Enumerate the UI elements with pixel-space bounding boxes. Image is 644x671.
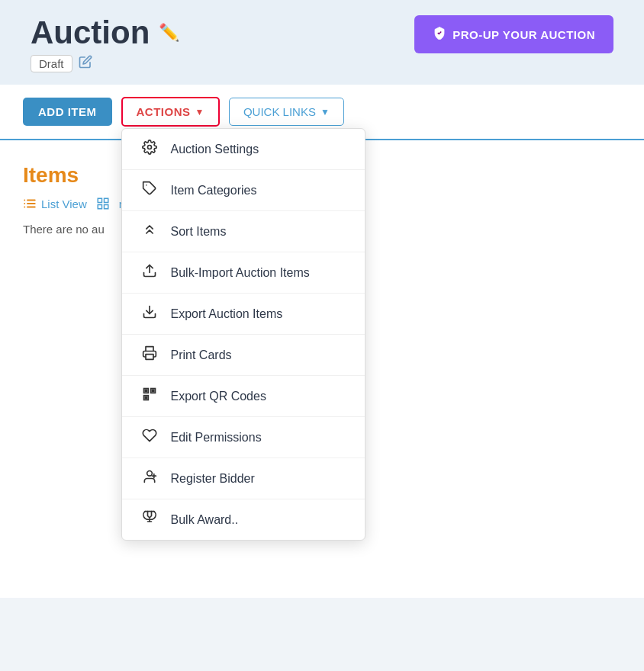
draft-row: Draft (31, 55, 179, 72)
actions-dropdown-menu: Auction Settings Item Categories (121, 128, 365, 541)
svg-point-20 (147, 471, 152, 477)
shield-icon (433, 26, 446, 43)
menu-item-bulk-award[interactable]: Bulk Award.. (122, 499, 365, 540)
grid-view-button[interactable] (96, 197, 110, 210)
svg-rect-30 (98, 198, 101, 202)
gear-icon (140, 140, 159, 159)
svg-point-0 (147, 146, 151, 149)
list-view-label: List View (41, 197, 87, 210)
menu-item-bulk-import[interactable]: Bulk-Import Auction Items (122, 252, 365, 294)
list-view-icon (23, 197, 37, 210)
menu-item-register-bidder[interactable]: Register Bidder (122, 458, 365, 499)
trophy-icon (140, 510, 159, 529)
svg-rect-4 (146, 355, 153, 360)
draft-badge: Draft (31, 55, 72, 72)
download-icon (140, 304, 159, 323)
svg-rect-31 (104, 198, 108, 202)
qr-icon (140, 387, 159, 406)
actions-caret-icon: ▼ (195, 107, 204, 117)
menu-item-export-items-label: Export Auction Items (171, 307, 283, 321)
svg-rect-8 (145, 390, 147, 392)
edit-draft-icon[interactable] (79, 55, 92, 72)
menu-item-bulk-award-label: Bulk Award.. (171, 513, 239, 527)
print-icon (140, 345, 159, 364)
actions-button[interactable]: ACTIONS ▼ (121, 97, 220, 127)
actions-label: ACTIONS (137, 105, 191, 118)
menu-item-print-cards[interactable]: Print Cards (122, 335, 365, 376)
permissions-icon (140, 428, 159, 447)
menu-item-item-categories[interactable]: Item Categories (122, 170, 365, 211)
menu-item-print-cards-label: Print Cards (171, 348, 232, 362)
menu-item-export-qr[interactable]: Export QR Codes (122, 376, 365, 417)
user-plus-icon (140, 469, 159, 488)
menu-item-item-categories-label: Item Categories (171, 184, 257, 197)
page-header: Auction ✏️ Draft PRO-UP YOUR AUCTION (0, 0, 644, 85)
title-row: Auction ✏️ (31, 15, 179, 50)
actions-dropdown-container: ACTIONS ▼ Auction Settings (121, 97, 220, 127)
quick-links-button[interactable]: QUICK LINKS ▼ (229, 98, 344, 126)
menu-item-sort-items[interactable]: Sort Items (122, 211, 365, 252)
add-item-button[interactable]: ADD ITEM (23, 98, 112, 126)
edit-title-icon[interactable]: ✏️ (159, 23, 179, 43)
svg-rect-9 (152, 390, 154, 392)
pro-up-label: PRO-UP YOUR AUCTION (452, 28, 595, 41)
header-left: Auction ✏️ Draft (31, 15, 179, 72)
svg-rect-32 (98, 205, 101, 209)
tag-icon (140, 181, 159, 200)
toolbar: ADD ITEM ACTIONS ▼ Auction Settings (0, 85, 644, 140)
menu-item-edit-permissions-label: Edit Permissions (171, 431, 262, 445)
menu-item-auction-settings-label: Auction Settings (171, 143, 259, 156)
menu-item-edit-permissions[interactable]: Edit Permissions (122, 417, 365, 458)
sort-icon (140, 222, 159, 241)
quick-links-caret-icon: ▼ (320, 107, 330, 117)
menu-item-auction-settings[interactable]: Auction Settings (122, 129, 365, 170)
menu-item-export-items[interactable]: Export Auction Items (122, 294, 365, 335)
menu-item-register-bidder-label: Register Bidder (171, 472, 255, 486)
grid-view-icon (96, 197, 110, 210)
menu-item-sort-items-label: Sort Items (171, 225, 227, 239)
menu-item-export-qr-label: Export QR Codes (171, 390, 266, 403)
svg-rect-33 (104, 205, 108, 209)
svg-rect-10 (145, 397, 147, 400)
list-view-button[interactable]: List View (23, 197, 87, 210)
page-title: Auction (31, 15, 150, 50)
quick-links-label: QUICK LINKS (243, 105, 316, 118)
pro-up-button[interactable]: PRO-UP YOUR AUCTION (414, 15, 613, 53)
menu-item-bulk-import-label: Bulk-Import Auction Items (171, 266, 310, 280)
upload-icon (140, 263, 159, 282)
